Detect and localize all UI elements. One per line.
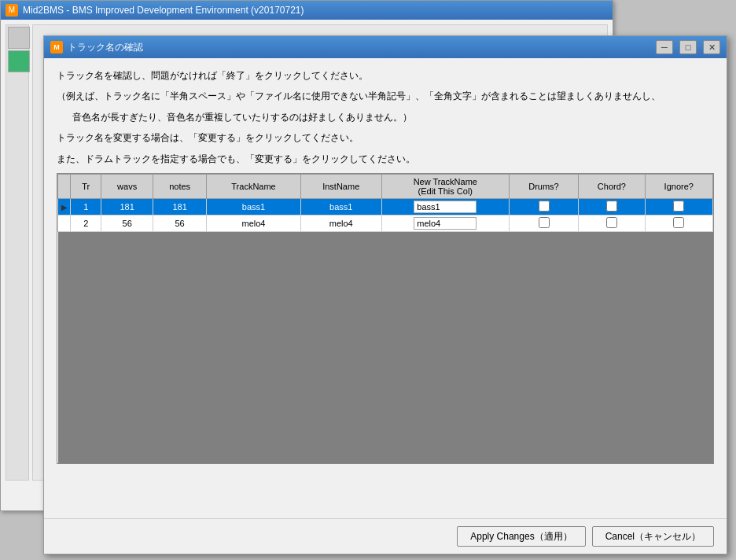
- instruction-line3: 音色名が長すぎたり、音色名が重複していたりするのは好ましくありません。）: [57, 109, 714, 125]
- row1-chord-checkbox[interactable]: [606, 201, 617, 212]
- col-trackname: TrackName: [207, 174, 300, 198]
- bg-sidebar-item-1: [8, 27, 30, 49]
- row1-arrow: ▶: [58, 198, 71, 215]
- row1-drums[interactable]: [509, 198, 578, 215]
- col-drums: Drums?: [509, 174, 578, 198]
- row1-notes: 181: [153, 198, 207, 215]
- track-name-dialog: M トラック名の確認 ─ □ ✕ トラック名を確認し、問題がなければ「終了」をク…: [43, 35, 727, 554]
- bg-titlebar: M Mid2BMS - BMS Improved Development Env…: [1, 1, 613, 20]
- bg-window-title: Mid2BMS - BMS Improved Development Envir…: [23, 5, 304, 16]
- col-arrow: [58, 174, 71, 198]
- table-empty-row: [58, 231, 713, 464]
- row2-instname: melo4: [300, 215, 381, 231]
- row1-new-trackname-input[interactable]: [414, 201, 477, 213]
- instruction-line4: トラック名を変更する場合は、「変更する」をクリックしてください。: [57, 130, 714, 146]
- row2-chord-checkbox[interactable]: [606, 217, 617, 228]
- row2-arrow: [58, 215, 71, 231]
- row2-new-trackname-input[interactable]: [414, 217, 477, 230]
- row1-tr: 1: [71, 198, 101, 215]
- bg-app-icon: M: [6, 4, 18, 17]
- row2-ignore-checkbox[interactable]: [673, 217, 684, 228]
- table-row: ▶ 1 181 181 bass1 bass1: [58, 198, 713, 215]
- col-ignore: Ignore?: [645, 174, 712, 198]
- bg-sidebar: [6, 24, 29, 481]
- row2-notes: 56: [153, 215, 207, 231]
- row2-tr: 2: [71, 215, 101, 231]
- row2-trackname: melo4: [207, 215, 300, 231]
- row1-ignore[interactable]: [645, 198, 712, 215]
- row2-drums[interactable]: [509, 215, 578, 231]
- table-body: ▶ 1 181 181 bass1 bass1 2 56: [58, 198, 713, 464]
- bg-sidebar-item-active: [8, 50, 30, 72]
- modal-app-icon: M: [50, 41, 63, 53]
- col-tr: Tr: [71, 174, 101, 198]
- modal-footer: Apply Changes（適用） Cancel（キャンセル）: [44, 518, 727, 554]
- track-table: Tr wavs notes TrackName InstName New Tra…: [57, 174, 713, 464]
- modal-title: トラック名の確認: [68, 41, 650, 54]
- col-notes: notes: [153, 174, 207, 198]
- col-instname: InstName: [300, 174, 381, 198]
- instruction-line1: トラック名を確認し、問題がなければ「終了」をクリックしてください。: [57, 68, 714, 83]
- col-wavs: wavs: [101, 174, 153, 198]
- instruction-line5: また、ドラムトラックを指定する場合でも、「変更する」をクリックしてください。: [57, 151, 714, 167]
- row2-wavs: 56: [101, 215, 153, 231]
- cancel-button[interactable]: Cancel（キャンセル）: [592, 526, 714, 547]
- row1-instname: bass1: [300, 198, 381, 215]
- row1-drums-checkbox[interactable]: [539, 201, 550, 212]
- modal-body: トラック名を確認し、問題がなければ「終了」をクリックしてください。 （例えば、ト…: [44, 58, 727, 518]
- instruction-line2: （例えば、トラック名に「半角スペース」や「ファイル名に使用できない半角記号」、「…: [57, 88, 714, 104]
- close-button[interactable]: ✕: [703, 40, 720, 54]
- row2-new-trackname[interactable]: [381, 215, 509, 231]
- row1-trackname: bass1: [207, 198, 300, 215]
- col-chord: Chord?: [579, 174, 645, 198]
- row1-wavs: 181: [101, 198, 153, 215]
- row1-chord[interactable]: [579, 198, 645, 215]
- modal-titlebar: M トラック名の確認 ─ □ ✕: [44, 36, 727, 58]
- row1-new-trackname[interactable]: [381, 198, 509, 215]
- apply-changes-button[interactable]: Apply Changes（適用）: [457, 526, 585, 547]
- row2-ignore[interactable]: [645, 215, 712, 231]
- table-row: 2 56 56 melo4 melo4: [58, 215, 713, 231]
- row1-ignore-checkbox[interactable]: [673, 201, 684, 212]
- row2-chord[interactable]: [579, 215, 645, 231]
- table-header: Tr wavs notes TrackName InstName New Tra…: [58, 174, 713, 198]
- row2-drums-checkbox[interactable]: [539, 217, 550, 228]
- minimize-button[interactable]: ─: [656, 40, 673, 54]
- maximize-button[interactable]: □: [679, 40, 697, 54]
- track-table-container: Tr wavs notes TrackName InstName New Tra…: [57, 173, 714, 464]
- col-new-trackname: New TrackName(Edit This Col): [381, 174, 509, 198]
